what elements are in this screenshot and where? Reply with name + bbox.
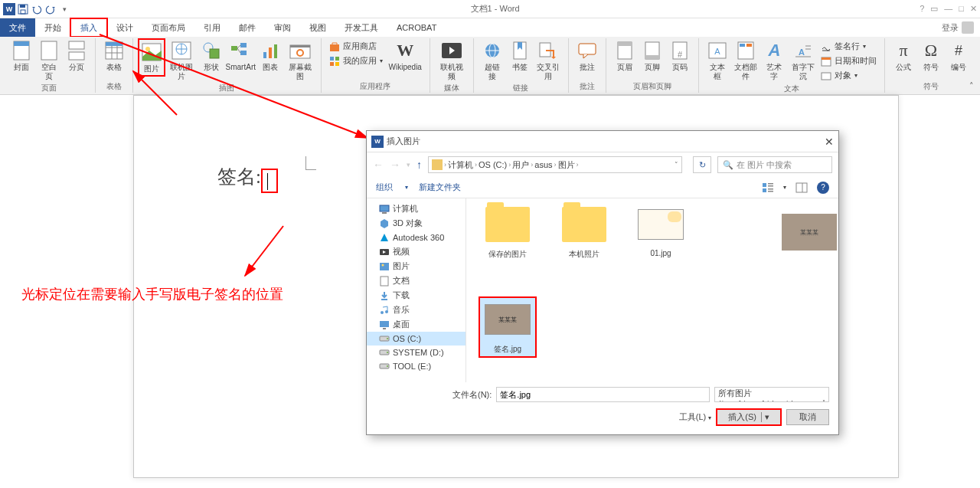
pagenum-button[interactable]: #页码 (666, 38, 694, 74)
tab-developer[interactable]: 开发工具 (335, 18, 387, 37)
hyperlink-button[interactable]: 超链接 (479, 38, 506, 83)
maximize-icon[interactable]: □ (959, 4, 964, 14)
crossref-button[interactable]: 交叉引用 (534, 38, 564, 83)
close-icon[interactable]: ✕ (825, 136, 834, 148)
save-icon[interactable] (17, 3, 29, 15)
breadcrumb[interactable]: › 计算机› OS (C:)› 用户› asus› 图片› ˅ (428, 156, 682, 173)
sigline-button[interactable]: 签名行 ▾ (819, 40, 878, 53)
symbol-button[interactable]: Ω符号 (917, 38, 945, 74)
login-button[interactable]: 登录 (936, 18, 980, 37)
cancel-button[interactable]: 取消 (786, 409, 829, 425)
wikipedia-button[interactable]: WWikipedia (386, 38, 425, 74)
svg-rect-35 (335, 62, 339, 66)
ribbon-display-icon[interactable]: ▭ (930, 4, 938, 14)
tree-item[interactable]: 3D 对象 (367, 216, 466, 231)
datetime-button[interactable]: 日期和时间 (819, 54, 878, 67)
dropcap-button[interactable]: A首字下沉 (788, 38, 818, 83)
svg-rect-33 (335, 57, 339, 61)
file-item[interactable]: 保存的图片 (479, 205, 537, 260)
tab-insert[interactable]: 插入 (70, 18, 108, 38)
word-icon: W (3, 3, 15, 15)
tree-item[interactable]: 桌面 (367, 317, 466, 332)
svg-rect-72 (796, 183, 807, 192)
file-item[interactable]: 01.jpg (632, 205, 690, 257)
online-picture-button[interactable]: 联机图片 (165, 38, 198, 83)
footer-button[interactable]: 页脚 (639, 38, 666, 74)
tab-acrobat[interactable]: ACROBAT (387, 18, 446, 37)
filter-select[interactable]: 所有图片(*.emf;*.wmf;*.jpg;*.j ˅ (714, 387, 829, 402)
redo-icon[interactable] (44, 3, 57, 15)
smartart-button[interactable]: SmartArt (225, 38, 256, 74)
tab-design[interactable]: 设计 (107, 18, 142, 37)
svg-line-24 (237, 48, 240, 53)
newfolder-button[interactable]: 新建文件夹 (419, 182, 461, 193)
tree-item[interactable]: 音乐 (367, 303, 466, 317)
view-icon[interactable] (762, 182, 774, 194)
equation-button[interactable]: π公式 (890, 38, 917, 74)
collapse-ribbon-icon[interactable]: ˄ (969, 81, 974, 91)
minimize-icon[interactable]: — (944, 4, 952, 14)
tree-item[interactable]: 文档 (367, 273, 466, 288)
search-input[interactable]: 🔍在 图片 中搜索 (717, 156, 832, 173)
tree-item[interactable]: 计算机 (367, 201, 466, 216)
tree-item[interactable]: SYSTEM (D:) (367, 346, 466, 359)
tree-item[interactable]: TOOL (E:) (367, 359, 466, 373)
tools-button[interactable]: 工具(L) ▾ (679, 411, 712, 423)
undo-icon[interactable] (31, 3, 43, 15)
file-item[interactable]: 本机照片 (555, 205, 613, 260)
tree-item[interactable]: 视频 (367, 244, 466, 259)
store-button[interactable]: 应用商店 (328, 40, 384, 53)
bookmark-button[interactable]: 书签 (506, 38, 534, 74)
chart-button[interactable]: 图表 (256, 38, 284, 74)
quickparts-button[interactable]: 文档部件 (731, 38, 761, 83)
3d-icon (379, 218, 390, 229)
preview-icon[interactable] (795, 182, 808, 194)
downloads-icon (379, 290, 390, 301)
folder-tree[interactable]: 计算机3D 对象Autodesk 360视频图片文档下载音乐桌面OS (C:)S… (367, 198, 466, 382)
help-icon[interactable]: ? (817, 182, 829, 194)
picture-button[interactable]: 图片 (138, 38, 165, 77)
dropdown-history-icon[interactable]: ▾ (407, 161, 410, 169)
screenshot-button[interactable]: 屏幕截图 (284, 38, 316, 83)
number-button[interactable]: #编号 (945, 38, 972, 74)
file-list[interactable]: 保存的图片本机照片01.jpg某某某签名.jpg (466, 198, 777, 382)
help-icon[interactable]: ? (920, 4, 924, 14)
svg-point-90 (387, 365, 388, 367)
tab-review[interactable]: 审阅 (265, 18, 300, 37)
document-content[interactable]: 签名: (217, 164, 363, 193)
object-button[interactable]: 对象 ▾ (819, 69, 878, 82)
comment-button[interactable]: 批注 (573, 38, 601, 74)
tab-mailings[interactable]: 邮件 (230, 18, 265, 37)
tab-layout[interactable]: 页面布局 (142, 18, 194, 37)
refresh-icon[interactable]: ↻ (693, 156, 711, 173)
tab-view[interactable]: 视图 (300, 18, 335, 37)
header-button[interactable]: 页眉 (611, 38, 639, 74)
back-icon[interactable]: ← (373, 159, 384, 171)
tab-home[interactable]: 开始 (35, 18, 70, 37)
tree-item[interactable]: OS (C:) (367, 332, 466, 346)
blank-page-button[interactable]: 空白页 (35, 38, 63, 83)
myapps-button[interactable]: 我的应用 ▾ (328, 54, 384, 67)
svg-rect-2 (21, 10, 25, 14)
cover-page-button[interactable]: 封面 (8, 38, 35, 74)
online-video-button[interactable]: 联机视频 (435, 38, 469, 83)
wordart-button[interactable]: A艺术字 (760, 38, 788, 83)
filename-input[interactable] (496, 387, 710, 402)
organize-button[interactable]: 组织 (376, 182, 393, 193)
tree-item[interactable]: Autodesk 360 (367, 231, 466, 244)
qat-dropdown-icon[interactable]: ▾ (58, 3, 70, 15)
textbox-button[interactable]: A文本框 (704, 38, 731, 83)
tab-file[interactable]: 文件 (0, 18, 35, 37)
forward-icon[interactable]: → (390, 159, 400, 171)
shapes-button[interactable]: 形状 (198, 38, 225, 74)
table-button[interactable]: 表格 (100, 38, 128, 74)
up-icon[interactable]: ↑ (416, 159, 422, 171)
tab-references[interactable]: 引用 (194, 18, 230, 37)
close-icon[interactable]: ✕ (970, 4, 977, 14)
page-break-button[interactable]: 分页 (63, 38, 90, 74)
tree-item[interactable]: 图片 (367, 259, 466, 273)
file-item[interactable]: 某某某签名.jpg (479, 296, 537, 358)
svg-rect-61 (822, 73, 831, 80)
insert-button[interactable]: 插入(S)▾ (716, 408, 782, 426)
tree-item[interactable]: 下载 (367, 288, 466, 303)
